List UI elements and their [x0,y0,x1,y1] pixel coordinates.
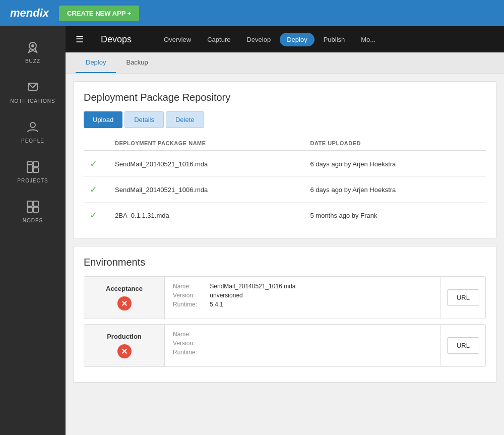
nodes-icon [24,198,42,216]
env-details-acceptance: Name: SendMail_20140521_1016.mda Version… [165,277,440,319]
details-button[interactable]: Details [124,111,164,128]
url-button-production[interactable]: URL [447,337,479,354]
sidebar-item-people[interactable]: PEOPLE [0,111,66,151]
sidebar-item-people-label: PEOPLE [21,138,44,144]
table-row[interactable]: ✓ SendMail_20140521_1016.mda 6 days ago … [84,151,486,177]
main-layout: BUZZ NOTIFICATIONS PEOPLE [0,26,504,435]
logo: mendix [10,7,49,20]
env-label-acceptance: Acceptance ✕ [84,277,165,319]
tab-capture[interactable]: Capture [200,33,237,46]
env-status-error-production: ✕ [117,344,132,358]
table-row[interactable]: ✓ 2BA_0.1.1.31.mda 5 months ago by Frank [84,203,486,228]
env-actions-production: URL [440,325,485,366]
upload-button[interactable]: Upload [84,111,122,128]
sidebar-item-nodes[interactable]: NODES [0,191,66,230]
tab-deploy[interactable]: Deploy [280,33,314,46]
col-package-name: DEPLOYMENT PACKAGE NAME [109,136,304,151]
people-icon [24,118,42,136]
env-label-production: Production ✕ [84,325,165,366]
sub-tabs: Deploy Backup [66,52,504,74]
env-card-production: Production ✕ Name: Version: R [84,324,486,367]
table-row[interactable]: ✓ SendMail_20140521_1006.mda 6 days ago … [84,177,486,203]
page-title: Devops [101,34,132,45]
tab-develop[interactable]: Develop [239,33,278,46]
sidebar-item-projects-label: PROJECTS [17,178,48,183]
env-detail-name-prod: Name: [173,331,432,338]
env-card-acceptance: Acceptance ✕ Name: SendMail_20140521_101… [84,276,486,319]
tab-more[interactable]: Mo... [354,33,383,46]
runtime-label: Runtime: [173,301,208,308]
svg-point-3 [30,122,35,128]
delete-button[interactable]: Delete [166,111,204,128]
runtime-label-prod: Runtime: [173,349,208,356]
sidebar-item-notifications[interactable]: NOTIFICATIONS [0,71,66,111]
sidebar-item-projects[interactable]: PROJECTS [0,151,66,191]
svg-rect-5 [27,162,32,164]
content-area: ☰ Devops Overview Capture Develop Deploy… [66,26,504,435]
col-date-uploaded: DATE UPLOADED [304,136,486,151]
svg-rect-4 [27,165,32,172]
row-date: 5 months ago by Frank [304,203,486,228]
row-date: 6 days ago by Arjen Hoekstra [304,177,486,203]
env-name-production: Production [107,333,142,340]
name-label-prod: Name: [173,331,208,338]
svg-rect-11 [33,207,38,212]
env-details-production: Name: Version: Runtime: [165,325,440,366]
sidebar-item-buzz-label: BUZZ [25,58,40,64]
col-status [84,136,109,151]
name-label: Name: [173,283,208,290]
row-status-icon: ✓ [84,203,109,228]
tab-publish[interactable]: Publish [317,33,352,46]
row-package-name: SendMail_20140521_1016.mda [109,151,304,177]
svg-rect-8 [27,201,32,206]
env-detail-version-prod: Version: [173,340,432,347]
svg-rect-6 [33,162,38,167]
svg-rect-7 [33,168,38,172]
nav-bar: ☰ Devops Overview Capture Develop Deploy… [66,26,504,52]
subtab-backup[interactable]: Backup [116,52,158,73]
svg-rect-9 [33,201,38,206]
env-detail-name: Name: SendMail_20140521_1016.mda [173,283,432,290]
env-detail-runtime: Runtime: 5.4.1 [173,301,432,308]
env-name-acceptance: Acceptance [106,285,143,292]
subtab-deploy[interactable]: Deploy [76,52,116,73]
svg-rect-10 [27,207,32,212]
row-package-name: SendMail_20140521_1006.mda [109,177,304,203]
version-label-prod: Version: [173,340,208,347]
action-buttons: Upload Details Delete [84,111,486,128]
runtime-value: 5.4.1 [210,301,223,308]
sidebar: BUZZ NOTIFICATIONS PEOPLE [0,26,66,435]
deployment-section-title: Deployment Package Repository [84,92,486,103]
environments-title: Environments [84,257,486,268]
env-actions-acceptance: URL [440,277,485,319]
row-status-icon: ✓ [84,177,109,203]
env-detail-version: Version: unversioned [173,292,432,299]
notifications-icon [24,78,42,96]
env-detail-runtime-prod: Runtime: [173,349,432,356]
environments-section: Environments Acceptance ✕ Name: SendMail… [73,246,496,383]
version-value: unversioned [210,292,242,299]
version-label: Version: [173,292,208,299]
sidebar-item-nodes-label: NODES [23,218,43,223]
create-new-app-button[interactable]: CREATE NEW APP + [59,6,139,21]
row-package-name: 2BA_0.1.1.31.mda [109,203,304,228]
svg-point-1 [31,44,34,47]
sidebar-item-buzz[interactable]: BUZZ [0,31,66,71]
nav-tabs: Overview Capture Develop Deploy Publish … [157,33,383,46]
sidebar-item-notifications-label: NOTIFICATIONS [10,98,55,104]
hamburger-icon[interactable]: ☰ [76,34,84,45]
page-content: Deploy Backup Deployment Package Reposit… [66,52,504,435]
name-value: SendMail_20140521_1016.mda [210,283,295,290]
row-status-icon: ✓ [84,151,109,177]
buzz-icon [24,38,42,56]
url-button-acceptance[interactable]: URL [447,289,479,306]
tab-overview[interactable]: Overview [157,33,198,46]
top-bar: mendix CREATE NEW APP + [0,0,504,26]
env-status-error-acceptance: ✕ [117,296,132,310]
projects-icon [24,158,42,176]
deployment-table: DEPLOYMENT PACKAGE NAME DATE UPLOADED ✓ … [84,136,486,228]
deployment-section: Deployment Package Repository Upload Det… [73,81,496,238]
row-date: 6 days ago by Arjen Hoekstra [304,151,486,177]
